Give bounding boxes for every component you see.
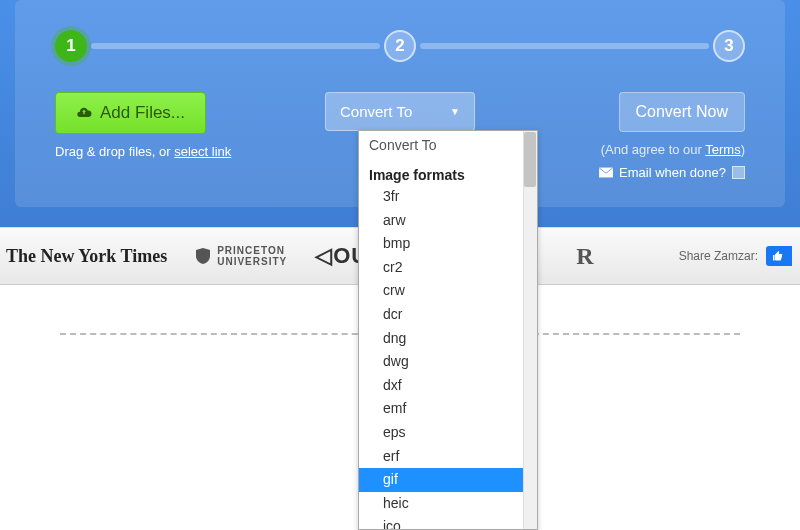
terms-link[interactable]: Terms (705, 142, 740, 157)
step-3-circle: 3 (713, 30, 745, 62)
email-checkbox[interactable] (732, 166, 745, 179)
step-bar-1 (91, 43, 380, 49)
format-option-3fr[interactable]: 3fr (359, 185, 537, 209)
format-option-dxf[interactable]: dxf (359, 374, 537, 398)
nyt-logo: The New York Times (6, 246, 167, 267)
col-add-files: Add Files... Drag & drop files, or selec… (55, 92, 285, 159)
format-option-dng[interactable]: dng (359, 327, 537, 351)
princeton-text: PRINCETON UNIVERSITY (217, 245, 287, 267)
cloud-upload-icon (76, 105, 92, 121)
terms-prefix: (And agree to our (601, 142, 706, 157)
dropdown-scroll-thumb[interactable] (524, 132, 536, 187)
format-option-cr2[interactable]: cr2 (359, 256, 537, 280)
thumbs-up-icon (772, 250, 784, 262)
format-option-dcr[interactable]: dcr (359, 303, 537, 327)
shield-icon (195, 247, 211, 265)
format-option-eps[interactable]: eps (359, 421, 537, 445)
envelope-icon (599, 167, 613, 178)
drag-prefix: Drag & drop files, or (55, 144, 174, 159)
format-option-bmp[interactable]: bmp (359, 232, 537, 256)
princeton-logo: PRINCETON UNIVERSITY (195, 245, 287, 267)
step-bar-2 (420, 43, 709, 49)
princeton-bottom: UNIVERSITY (217, 256, 287, 267)
add-files-button[interactable]: Add Files... (55, 92, 206, 134)
email-label: Email when done? (619, 165, 726, 180)
steps-row: 1 2 3 (55, 30, 745, 62)
dropdown-header: Convert To (359, 131, 537, 159)
convert-now-button[interactable]: Convert Now (619, 92, 745, 132)
format-option-gif[interactable]: gif (359, 468, 537, 492)
fb-like-button[interactable] (766, 246, 792, 266)
convert-to-label: Convert To (340, 103, 412, 120)
convert-to-options-list[interactable]: Convert To Image formats 3frarwbmpcr2crw… (358, 130, 538, 530)
col-convert-now: Convert Now (And agree to our Terms) Ema… (515, 92, 745, 182)
princeton-top: PRINCETON (217, 245, 285, 256)
select-link[interactable]: select link (174, 144, 231, 159)
format-option-dwg[interactable]: dwg (359, 350, 537, 374)
share-label: Share Zamzar: (679, 249, 758, 263)
format-option-heic[interactable]: heic (359, 492, 537, 516)
lh-logo: R (576, 243, 593, 270)
terms-suffix: ) (741, 142, 745, 157)
dropdown-group-image-formats: Image formats (359, 159, 537, 185)
step-2-circle: 2 (384, 30, 416, 62)
share-box: Share Zamzar: (679, 246, 792, 266)
drag-drop-text: Drag & drop files, or select link (55, 144, 285, 159)
add-files-label: Add Files... (100, 103, 185, 123)
terms-text: (And agree to our Terms) (515, 142, 745, 157)
format-option-crw[interactable]: crw (359, 279, 537, 303)
format-option-emf[interactable]: emf (359, 397, 537, 421)
dropdown-scrollbar[interactable] (523, 131, 537, 529)
email-when-done-row: Email when done? (599, 165, 745, 180)
format-option-arw[interactable]: arw (359, 209, 537, 233)
chevron-down-icon: ▼ (450, 106, 460, 117)
step-1-circle: 1 (55, 30, 87, 62)
col-convert-to: Convert To ▼ (285, 92, 515, 131)
convert-to-dropdown[interactable]: Convert To ▼ (325, 92, 475, 131)
format-option-erf[interactable]: erf (359, 445, 537, 469)
format-option-ico[interactable]: ico (359, 515, 537, 530)
